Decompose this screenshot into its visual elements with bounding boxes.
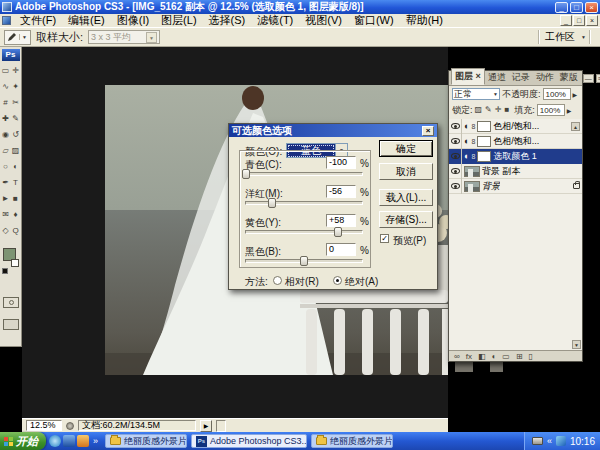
black-slider[interactable]: [245, 259, 363, 263]
layer-row-hue-sat-2[interactable]: ◐ 8 色相/饱和... ▲: [449, 119, 582, 134]
taskbar-item-folder-2[interactable]: 绝丽质感外景片的定: [311, 434, 393, 448]
magenta-slider[interactable]: [245, 201, 363, 205]
layer-name[interactable]: 色相/饱和...: [493, 135, 539, 148]
tab-history[interactable]: 记录: [509, 70, 533, 85]
layer-mask-thumbnail[interactable]: [477, 151, 491, 162]
fill-spinner-icon[interactable]: ▶: [567, 107, 572, 114]
quick-launch-icon-2[interactable]: [63, 435, 75, 447]
layer-mask-icon[interactable]: ◧: [478, 352, 486, 361]
quick-mask-mode-button[interactable]: [3, 297, 19, 308]
screen-mode-button[interactable]: [3, 319, 19, 330]
layer-name[interactable]: 色相/饱和...: [493, 120, 539, 133]
menu-item-1[interactable]: 编辑(E): [62, 14, 111, 27]
load-button[interactable]: 载入(L)...: [379, 189, 433, 206]
quick-launch-more-icon[interactable]: »: [91, 436, 100, 446]
layer-name[interactable]: 背景 副本: [482, 165, 521, 178]
eyedropper-tool[interactable]: ♦: [11, 206, 21, 222]
doc-close-button[interactable]: ×: [586, 15, 598, 26]
lock-icon-3[interactable]: ■: [504, 105, 509, 115]
crop-tool[interactable]: #: [1, 94, 11, 110]
current-tool-button[interactable]: ▼: [4, 30, 31, 45]
panel-collapse-icon[interactable]: —: [583, 74, 594, 83]
method-absolute-label[interactable]: 绝对(A): [345, 275, 378, 289]
tab-layers[interactable]: 图层 ×: [451, 68, 485, 85]
adjustment-layer-icon[interactable]: ◐: [492, 352, 497, 361]
clone-stamp-tool[interactable]: ◉: [1, 126, 11, 142]
scroll-down-button[interactable]: ▼: [572, 340, 581, 349]
menu-item-8[interactable]: 帮助(H): [400, 14, 449, 27]
magenta-value-field[interactable]: -56: [326, 185, 356, 198]
zoom-level-field[interactable]: 12.5%: [26, 420, 62, 431]
blend-mode-select[interactable]: 正常 ▼: [452, 88, 500, 100]
layer-row-selective-color[interactable]: ◐ 8 选取颜色 1: [449, 149, 582, 164]
notes-tool[interactable]: ✉: [1, 206, 11, 222]
start-button[interactable]: 开始: [0, 432, 46, 450]
sample-size-select[interactable]: 3 x 3 平均 ▼: [88, 30, 160, 44]
brush-tool[interactable]: ✎: [11, 110, 21, 126]
doc-minimize-button[interactable]: _: [560, 15, 572, 26]
close-button[interactable]: ×: [585, 2, 598, 13]
taskbar-item-photoshop[interactable]: Ps Adobe Photoshop CS3...: [191, 434, 307, 448]
cyan-slider-thumb[interactable]: [242, 169, 250, 179]
menu-item-7[interactable]: 窗口(W): [348, 14, 400, 27]
layer-row-background-copy[interactable]: 背景 副本: [449, 164, 582, 179]
path-selection-tool[interactable]: ►: [1, 190, 11, 206]
quick-launch-icon-3[interactable]: [77, 435, 89, 447]
layer-thumbnail[interactable]: [464, 166, 480, 177]
menu-item-5[interactable]: 滤镜(T): [251, 14, 299, 27]
rectangular-marquee-tool[interactable]: ▭: [1, 62, 11, 78]
gradient-tool[interactable]: ▨: [11, 142, 21, 158]
zoom-tool[interactable]: Q: [11, 222, 21, 238]
opacity-spinner-icon[interactable]: ▶: [573, 91, 578, 98]
link-layers-icon[interactable]: ∞: [454, 352, 460, 361]
layer-mask-thumbnail[interactable]: [477, 121, 491, 132]
cyan-slider[interactable]: [245, 172, 363, 176]
menu-item-0[interactable]: 文件(F): [14, 14, 62, 27]
blur-tool[interactable]: ○: [1, 158, 11, 174]
tray-chevron-icon[interactable]: «: [547, 437, 552, 446]
dialog-titlebar[interactable]: 可选颜色选项 ×: [229, 124, 437, 137]
lock-icon-1[interactable]: ✎: [485, 105, 492, 115]
tab-actions[interactable]: 动作: [533, 70, 557, 85]
tab-masks[interactable]: 蒙版: [557, 70, 581, 85]
minimize-button[interactable]: _: [555, 2, 568, 13]
magic-wand-tool[interactable]: ✦: [11, 78, 21, 94]
tool-preset-arrow-icon[interactable]: ▼: [19, 34, 29, 40]
lock-icon-2[interactable]: ✛: [495, 105, 502, 115]
slice-tool[interactable]: ✂: [11, 94, 21, 110]
restore-button[interactable]: □: [570, 2, 583, 13]
method-absolute-radio[interactable]: [333, 276, 342, 285]
panel-menu-icon[interactable]: ≡: [596, 74, 600, 83]
printer-tray-icon[interactable]: [532, 437, 543, 445]
type-tool[interactable]: T: [11, 174, 21, 190]
pen-tool[interactable]: ✒: [1, 174, 11, 190]
fill-field[interactable]: 100%: [537, 104, 565, 116]
default-colors-icon[interactable]: [2, 268, 8, 274]
move-tool[interactable]: ✛: [11, 62, 21, 78]
tab-channels[interactable]: 通道: [485, 70, 509, 85]
cyan-value-field[interactable]: -100: [326, 156, 356, 169]
lasso-tool[interactable]: ∿: [1, 78, 11, 94]
opacity-field[interactable]: 100%: [543, 88, 571, 100]
taskbar-item-folder-1[interactable]: 绝丽质感外景片的定: [105, 434, 187, 448]
lock-icon-0[interactable]: ▨: [475, 105, 483, 115]
layer-mask-thumbnail[interactable]: [477, 136, 491, 147]
layer-name[interactable]: 背景: [482, 180, 500, 193]
method-relative-label[interactable]: 相对(R): [285, 275, 319, 289]
layer-style-icon[interactable]: fx: [466, 352, 472, 361]
dialog-close-icon[interactable]: ×: [422, 126, 434, 136]
shape-tool[interactable]: ■: [11, 190, 21, 206]
status-flyout-button[interactable]: ▶: [200, 420, 212, 432]
save-button[interactable]: 存储(S)...: [379, 211, 433, 228]
new-layer-icon[interactable]: ⊞: [516, 352, 523, 361]
scroll-up-button[interactable]: ▲: [571, 122, 580, 131]
layer-group-icon[interactable]: ▭: [502, 352, 510, 361]
layer-row-background[interactable]: 背景: [449, 179, 582, 194]
magenta-slider-thumb[interactable]: [268, 198, 276, 208]
workspace-button[interactable]: 工作区 ▼: [532, 30, 596, 44]
ok-button[interactable]: 确定: [379, 140, 433, 157]
yellow-value-field[interactable]: +58: [326, 214, 356, 227]
black-value-field[interactable]: 0: [326, 243, 356, 256]
method-relative-radio[interactable]: [273, 276, 282, 285]
background-color-swatch[interactable]: [11, 259, 19, 267]
